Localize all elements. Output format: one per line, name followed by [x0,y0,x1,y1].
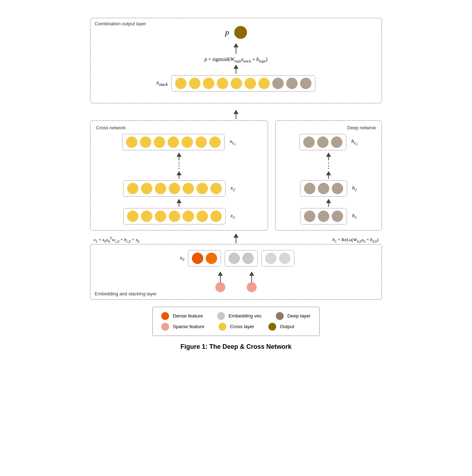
x2-group [123,180,226,197]
legend-output-circle [268,323,276,331]
xstack-neuron-6 [245,78,256,89]
legend-cross-circle [219,323,226,331]
sparse-input-1 [215,282,225,292]
legend-output-label: Output [280,324,294,329]
x2-n5 [183,183,194,194]
deep-hL2-arrow [281,152,376,160]
x0-emb-group1 [225,250,258,267]
legend-sparse-label: Sparse feature [173,324,204,329]
x2-n7 [210,183,222,194]
embedding-layer-box: Embedding and stacking layer x0 [90,244,382,300]
xL1-n1 [126,136,137,148]
x1-label: x1 [231,213,235,219]
x0-dense-group [188,250,221,267]
x2-n2 [141,183,152,194]
x0-emb-1 [229,253,240,264]
combination-layer-label: Combination output layer [95,21,146,26]
legend-sparse: Sparse feature [161,323,204,331]
cross-network-box: Cross network xL1 [90,120,268,231]
h2-group [300,180,347,197]
x0-dense-2 [206,253,217,264]
cross-xL1-arrow [96,152,262,160]
hL2-n2 [317,136,329,148]
xstack-row: xstack [99,75,373,92]
hL2-n1 [303,136,315,148]
xL1-group [122,134,225,150]
xstack-neuron-group [171,75,315,92]
legend-box: Dense feature Embedding vec Deep layer S… [152,307,319,336]
deep-dots: ⋮ [281,162,376,170]
hL2-group [299,134,346,150]
legend-deep-circle [276,312,284,320]
h1-n2 [318,211,329,222]
legend-embedding-circle [217,312,225,320]
legend-cross-label: Cross layer [230,324,254,329]
p-label: p [225,28,229,37]
h1-n3 [332,211,343,222]
h1-n1 [304,211,315,222]
x0-emb-3 [265,253,277,264]
h2-label: h2 [352,185,357,192]
x1-formula: x1 = x0x0Twc,0 + bc,0 + x0 [94,236,140,243]
legend-row-2: Sparse feature Cross layer Output [161,323,310,331]
cross-x2-arrow [96,199,262,207]
xstack-neuron-5 [231,78,242,89]
combination-layer-box: Combination output layer p p = sigmoid(W… [90,18,382,103]
x2-n4 [169,183,180,194]
h2-n2 [318,183,329,194]
legend-dense-circle [161,312,169,320]
xL1-n7 [209,136,221,148]
formula-row: x1 = x0x0Twc,0 + bc,0 + x0 h1 = ReLu(Wh,… [90,233,382,243]
hL2-label: hL2 [351,138,358,146]
xstack-neuron-8 [272,78,284,89]
legend-dense-label: Dense feature [173,313,203,319]
x1-n7 [210,211,222,222]
xstack-neuron-1 [175,78,187,89]
legend-embedding: Embedding vec [217,312,262,320]
network-to-xstack-arrow [234,110,238,119]
x1-n5 [183,211,194,222]
x0-emb-2 [242,253,254,264]
x1-n3 [155,211,166,222]
figure-caption: Figure 1: The Deep & Cross Network [90,343,382,351]
x0-dense-1 [192,253,203,264]
cross-dots: ⋮ [96,162,262,170]
x1-n1 [127,211,138,222]
page-container: Combination output layer p p = sigmoid(W… [76,7,396,361]
h1-group [300,208,347,224]
legend-sparse-circle [161,323,169,331]
x0-label: x0 [180,255,184,262]
legend-dense: Dense feature [161,312,203,320]
legend-deep: Deep layer [276,312,310,320]
xstack-neuron-3 [203,78,214,89]
xstack-arrow [99,64,373,74]
x0-emb-group2 [261,250,294,267]
xL1-n5 [182,136,193,148]
p-output-row: p [99,26,373,39]
legend-output: Output [268,323,294,331]
x1-group [123,208,226,224]
h1-label: h1 [352,213,357,219]
h2-n3 [332,183,343,194]
sparse-input-2 [247,282,257,292]
deep-network-label: Deep netwrok [281,125,376,130]
xL1-label: xL1 [230,138,236,146]
xL1-n2 [140,136,151,148]
x2-n1 [127,183,138,194]
xstack-label: xstack [157,79,168,87]
x1-n4 [169,211,180,222]
xstack-neuron-4 [217,78,228,89]
legend-cross: Cross layer [219,323,254,331]
xL1-n3 [154,136,165,148]
h1-formula: h1 = ReLu(Wh,0x0 + bh,0) [332,237,378,243]
h2-n1 [304,183,315,194]
xL1-n6 [195,136,207,148]
x0-emb-4 [279,253,290,264]
legend-embedding-label: Embedding vec [229,313,262,319]
x2-label: x2 [231,185,235,192]
legend-deep-label: Deep layer [287,313,310,319]
sparse-arrow-1 [215,271,225,292]
xstack-neuron-10 [300,78,311,89]
x2-n3 [155,183,166,194]
embedding-layer-label: Embedding and stacking layer [95,291,157,296]
